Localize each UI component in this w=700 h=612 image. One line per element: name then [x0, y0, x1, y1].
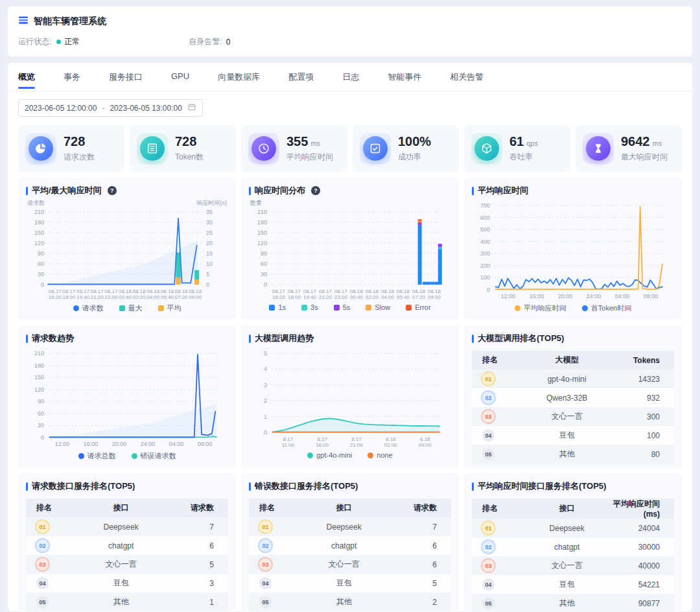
tab-transactions[interactable]: 事务: [64, 63, 80, 91]
svg-text:08.1804:00: 08.1804:00: [381, 288, 395, 300]
value-cell: 54221: [609, 575, 674, 594]
table-row: 02Qwen3-32B932: [472, 388, 674, 407]
svg-text:24:00: 24:00: [587, 293, 601, 300]
svg-text:08.1804:00: 08.1804:00: [146, 288, 160, 300]
stat-unit: qps: [526, 139, 538, 147]
table-header-cell: 大模型: [524, 351, 609, 370]
tab-overview[interactable]: 概览: [18, 63, 35, 91]
svg-text:150: 150: [34, 374, 44, 381]
svg-text:08.1807:20: 08.1807:20: [412, 288, 426, 300]
value-cell: 40000: [609, 556, 674, 575]
table-header-cell: 排名: [26, 499, 78, 517]
tab-related-alarms[interactable]: 相关告警: [450, 63, 484, 91]
legend-item[interactable]: 请求总数: [78, 451, 116, 461]
legend-item[interactable]: Error: [406, 303, 430, 311]
svg-text:1: 1: [264, 414, 267, 420]
value-cell: 2: [386, 593, 451, 611]
name-cell: chatgpt: [78, 536, 163, 555]
tab-smart-events[interactable]: 智能事件: [388, 63, 421, 91]
legend-marker-icon: [582, 305, 588, 311]
avg-response-ranking-table: 排名接口平均响应时间(ms)01Deepseek2400402chatgpt30…: [472, 499, 674, 612]
legend-item[interactable]: 5s: [334, 303, 351, 311]
tab-vector-db[interactable]: 向量数据库: [218, 63, 260, 91]
svg-text:08.1719:40: 08.1719:40: [303, 288, 317, 300]
legend-item[interactable]: 最大: [119, 303, 143, 313]
tab-service-api[interactable]: 服务接口: [109, 63, 143, 91]
svg-text:180: 180: [257, 219, 267, 226]
name-cell: 其他: [524, 594, 609, 612]
rank-badge: 04: [36, 577, 49, 589]
name-cell: 其他: [301, 593, 386, 611]
stat-label: 成功率: [398, 152, 434, 163]
legend-item[interactable]: 平均响应时间: [515, 303, 566, 313]
legend-item[interactable]: 1s: [269, 303, 286, 311]
tab-logs[interactable]: 日志: [342, 63, 359, 91]
name-cell: Deepseek: [301, 517, 386, 536]
help-icon[interactable]: ?: [311, 186, 320, 195]
svg-text:08.1800:40: 08.1800:40: [119, 288, 132, 300]
chart-response-distribution-plot[interactable]: 0306090120150180210数量08.1716:2008.1718:0…: [249, 199, 451, 301]
value-cell: 300: [609, 407, 674, 426]
self-alarm-value: 0: [226, 38, 231, 47]
value-cell: 14323: [609, 370, 674, 388]
stat-label: 吞吐率: [509, 152, 538, 163]
value-cell: 3: [163, 574, 228, 593]
table-row: 04豆包3: [26, 574, 228, 593]
table-llm-ranking-card: 大模型调用排名(TOP5) 排名大模型Tokens01gpt-4o-mini14…: [464, 325, 682, 467]
table-header-cell: 排名: [472, 499, 524, 519]
table-row: 01Deepseek24004: [472, 519, 674, 537]
legend-item[interactable]: 请求数: [73, 303, 104, 313]
svg-text:0: 0: [41, 281, 44, 288]
clock-icon: [251, 136, 276, 161]
name-cell: gpt-4o-mini: [524, 370, 609, 388]
table-header-cell: 排名: [249, 499, 301, 517]
svg-text:08.1723:00: 08.1723:00: [104, 288, 118, 300]
chart-avg-max-response-plot[interactable]: 003056010901512020150251803021035请求数响应时间…: [26, 199, 228, 301]
llm-ranking-table: 排名大模型Tokens01gpt-4o-mini1432302Qwen3-32B…: [472, 351, 674, 464]
status-dot-icon: [56, 40, 61, 44]
svg-text:08.1723:00: 08.1723:00: [334, 288, 348, 300]
table-row: 03文心一言300: [472, 407, 674, 426]
rank-cell: 03: [472, 407, 524, 426]
svg-text:16:00: 16:00: [84, 441, 99, 447]
date-range-picker[interactable]: 2023-06-05 12:00:00 - 2023-06-05 13:00:0…: [18, 99, 203, 117]
rank-cell: 02: [472, 537, 524, 556]
legend-item[interactable]: 首Token时间: [582, 303, 631, 313]
rank-badge: 01: [36, 521, 49, 533]
title-bar-icon: [472, 187, 474, 195]
chart-avg-response-plot[interactable]: 010020030040050060070012:0016:0020:0024:…: [472, 199, 674, 301]
rank-cell: 04: [472, 426, 524, 445]
value-cell: 24004: [609, 519, 674, 537]
tab-config[interactable]: 配置项: [288, 63, 314, 91]
table-row: 02chatgpt6: [249, 536, 451, 555]
table-row: 05其他2: [249, 593, 451, 611]
svg-text:60: 60: [38, 261, 44, 267]
tables-row: 请求数接口服务排名(TOP5) 排名接口请求数01Deepseek702chat…: [18, 473, 682, 612]
table-row: 03文心一言6: [249, 555, 451, 574]
chart-request-trend-plot[interactable]: 030609012015018021012:0016:0020:0024:000…: [26, 347, 228, 449]
run-status-value: 正常: [64, 36, 80, 47]
svg-text:210: 210: [34, 350, 44, 357]
legend-marker-icon: [132, 453, 137, 459]
legend-marker-icon: [334, 305, 340, 311]
legend-item[interactable]: 错误请求数: [132, 451, 176, 461]
charts-row-1: 平均/最大响应时间? 00305601090151202015025180302…: [18, 178, 682, 320]
legend-item[interactable]: gpt-4o-mini: [307, 451, 352, 459]
legend-item[interactable]: 平均: [158, 303, 181, 313]
rank-badge: 05: [259, 596, 272, 608]
help-icon[interactable]: ?: [108, 186, 117, 195]
svg-text:0: 0: [264, 429, 267, 436]
chart-llm-call-trend-plot[interactable]: 0123458.1711:008.1716:008.1721:008.1802:…: [249, 347, 451, 449]
stat-value: 355: [286, 134, 308, 148]
rank-badge: 05: [36, 596, 49, 608]
legend-item[interactable]: none: [368, 451, 392, 459]
tab-gpu[interactable]: GPU: [171, 63, 189, 91]
chart-avg-max-response-card: 平均/最大响应时间? 00305601090151202015025180302…: [18, 178, 236, 320]
stat-value: 9642: [621, 134, 650, 148]
value-cell: 100: [609, 426, 674, 445]
rank-badge: 04: [482, 429, 495, 441]
legend-item[interactable]: 3s: [301, 303, 318, 311]
legend-item[interactable]: Slow: [366, 303, 390, 311]
table-row: 04豆包54221: [472, 575, 674, 594]
table-row: 02chatgpt30000: [472, 537, 674, 556]
